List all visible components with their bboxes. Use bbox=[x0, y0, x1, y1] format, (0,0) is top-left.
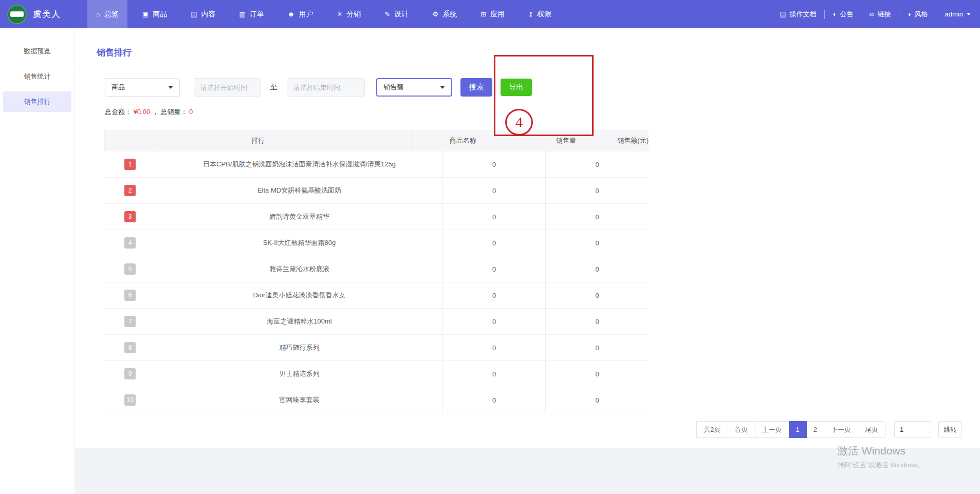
nav-item[interactable]: ▥ 订单 bbox=[230, 0, 272, 28]
pagination-cell[interactable]: 上一页 bbox=[755, 421, 789, 438]
sales-qty-cell: 0 bbox=[443, 361, 546, 387]
sidebar-item-label: 销售排行 bbox=[24, 98, 51, 105]
brand-name: 虞美人 bbox=[33, 8, 61, 20]
topbar-link[interactable]: ∞ 链接 bbox=[861, 10, 898, 19]
summary-bar: 总金额： ¥0.00 ， 总销量： 0 bbox=[105, 107, 193, 117]
product-name-cell: SK-II大红瓶精华面霜80g bbox=[156, 230, 443, 256]
search-button[interactable]: 搜索 bbox=[460, 78, 492, 97]
topbar-link[interactable]: ◑ 风格 bbox=[899, 10, 936, 19]
ranking-table: 排行商品名称销售量销售额(元) 1 日本CPB/肌肤之钥洗面奶泡沫洁面膏清洁补水… bbox=[104, 130, 649, 413]
nav-item-label: 商品 bbox=[153, 10, 167, 19]
rank-badge: 10 bbox=[124, 394, 136, 406]
to-label: 至 bbox=[270, 83, 278, 92]
rank-badge: 7 bbox=[124, 316, 136, 327]
topbar-link[interactable]: ◖ 公告 bbox=[824, 10, 861, 19]
table-row: 1 日本CPB/肌肤之钥洗面奶泡沫洁面膏清洁补水保湿滋润/清爽125g 0 0 bbox=[104, 151, 649, 178]
topbar-links: ▤ 操作文档 ◖ 公告 ∞ 链接 ◑ 风格 bbox=[772, 10, 935, 19]
sales-qty-cell: 0 bbox=[443, 178, 546, 203]
chevron-down-icon bbox=[168, 86, 173, 89]
sales-qty-cell: 0 bbox=[443, 387, 546, 413]
nav-item[interactable]: ⚷ 权限 bbox=[520, 0, 561, 28]
nav-item-label: 应用 bbox=[490, 10, 505, 19]
nav-item[interactable]: ⌂ 总览 bbox=[87, 0, 127, 28]
brand-logo-icon bbox=[7, 5, 27, 24]
nav-item[interactable]: ☻ 用户 bbox=[279, 0, 322, 28]
sidebar: 数据预览 销售统计 销售排行 bbox=[0, 28, 75, 494]
rank-cell: 2 bbox=[104, 178, 156, 203]
sales-amount-cell: 0 bbox=[546, 309, 649, 334]
topbar-link[interactable]: ▤ 操作文档 bbox=[772, 10, 824, 19]
end-date-input[interactable] bbox=[287, 78, 365, 97]
sidebar-item[interactable]: 销售排行 bbox=[3, 91, 71, 112]
chevron-down-icon bbox=[967, 13, 971, 15]
product-name-cell: 娇韵诗黄金双萃精华 bbox=[156, 204, 443, 230]
pagination: 共2页首页上一页12下一页尾页 跳转 bbox=[697, 421, 962, 438]
sales-qty-cell: 0 bbox=[443, 230, 546, 256]
total-sales-value: 0 bbox=[189, 108, 193, 116]
nav-item-icon: ⚷ bbox=[528, 11, 533, 17]
table-body: 1 日本CPB/肌肤之钥洗面奶泡沫洁面膏清洁补水保湿滋润/清爽125g 0 0 … bbox=[104, 151, 649, 413]
table-row: 8 精巧随行系列 0 0 bbox=[104, 335, 649, 361]
category-select[interactable]: 商品 bbox=[105, 78, 180, 97]
export-button[interactable]: 导出 bbox=[501, 79, 532, 96]
user-name: admin bbox=[945, 10, 963, 18]
nav-item[interactable]: ⊞ 应用 bbox=[472, 0, 513, 28]
pagination-cell[interactable]: 共2页 bbox=[696, 421, 728, 438]
start-date-input[interactable] bbox=[194, 78, 261, 97]
table-row: 6 Dior迪奥小姐花漾淡香氛香水女 0 0 bbox=[104, 282, 649, 309]
topbar-link-label: 操作文档 bbox=[790, 10, 817, 19]
nav-item[interactable]: ✳ 分销 bbox=[328, 0, 369, 28]
rank-badge: 4 bbox=[124, 237, 136, 249]
topbar-link-icon: ◖ bbox=[833, 11, 837, 17]
sales-qty-cell: 0 bbox=[443, 282, 546, 308]
sidebar-item[interactable]: 销售统计 bbox=[3, 66, 71, 87]
sales-amount-cell: 0 bbox=[546, 282, 649, 308]
total-amount-value: ¥0.00 bbox=[134, 108, 151, 116]
topbar-link-label: 链接 bbox=[878, 10, 891, 19]
page-jump-button[interactable]: 跳转 bbox=[938, 421, 962, 438]
rank-cell: 3 bbox=[104, 204, 156, 230]
user-menu[interactable]: admin bbox=[945, 10, 971, 18]
rank-cell: 8 bbox=[104, 335, 156, 360]
rank-badge: 2 bbox=[124, 185, 136, 196]
nav-item-icon: ✳ bbox=[337, 11, 342, 17]
summary-separator: ， bbox=[152, 108, 159, 116]
rank-cell: 9 bbox=[104, 361, 156, 387]
table-header-cell: 销售额(元) bbox=[617, 130, 649, 151]
main-content: 销售排行 商品 至 销售额 搜索 导出 总金额： ¥0.00 ， 总销量： 0 bbox=[75, 28, 980, 494]
nav-item-label: 总览 bbox=[104, 10, 119, 19]
pagination-cell[interactable]: 2 bbox=[806, 421, 824, 438]
category-select-value: 商品 bbox=[112, 83, 125, 92]
table-header-cell: 销售量 bbox=[514, 130, 617, 151]
product-name-cell: 精巧随行系列 bbox=[156, 335, 443, 360]
topbar-right: ▤ 操作文档 ◖ 公告 ∞ 链接 ◑ 风格 admin bbox=[772, 10, 971, 19]
filter-bar: 商品 至 销售额 搜索 导出 bbox=[105, 78, 532, 97]
nav-item-icon: ⚙ bbox=[432, 11, 438, 17]
nav-item[interactable]: ⚙ 系统 bbox=[423, 0, 466, 28]
nav-item[interactable]: ▤ 内容 bbox=[182, 0, 224, 28]
nav-item-label: 系统 bbox=[442, 10, 457, 19]
nav-item[interactable]: ✎ 设计 bbox=[376, 0, 417, 28]
nav-item-icon: ▣ bbox=[142, 11, 149, 17]
product-name-cell: 海蓝之谜精粹水100ml bbox=[156, 309, 443, 334]
sales-amount-cell: 0 bbox=[546, 178, 649, 203]
pagination-cell[interactable]: 下一页 bbox=[824, 421, 858, 438]
topbar-link-icon: ◑ bbox=[907, 11, 911, 17]
pagination-cell[interactable]: 1 bbox=[789, 421, 807, 438]
nav-item-label: 用户 bbox=[299, 10, 313, 19]
metric-select[interactable]: 销售额 bbox=[376, 78, 452, 97]
pagination-cell[interactable]: 首页 bbox=[728, 421, 755, 438]
topbar-link-label: 公告 bbox=[840, 10, 853, 19]
rank-cell: 10 bbox=[104, 387, 156, 413]
topbar-link-icon: ∞ bbox=[869, 11, 874, 17]
page-jump-input[interactable] bbox=[894, 421, 931, 438]
nav-item-label: 设计 bbox=[394, 10, 409, 19]
product-name-cell: Dior迪奥小姐花漾淡香氛香水女 bbox=[156, 282, 443, 308]
sidebar-item[interactable]: 数据预览 bbox=[3, 41, 71, 62]
pagination-cell[interactable]: 尾页 bbox=[858, 421, 885, 438]
sales-amount-cell: 0 bbox=[546, 230, 649, 256]
topbar: 虞美人 ⌂ 总览 ▣ 商品 ▤ 内容 ▥ 订单 ☻ 用户 bbox=[0, 0, 980, 28]
rank-badge: 3 bbox=[124, 211, 136, 222]
table-row: 7 海蓝之谜精粹水100ml 0 0 bbox=[104, 309, 649, 335]
nav-item[interactable]: ▣ 商品 bbox=[134, 0, 176, 28]
